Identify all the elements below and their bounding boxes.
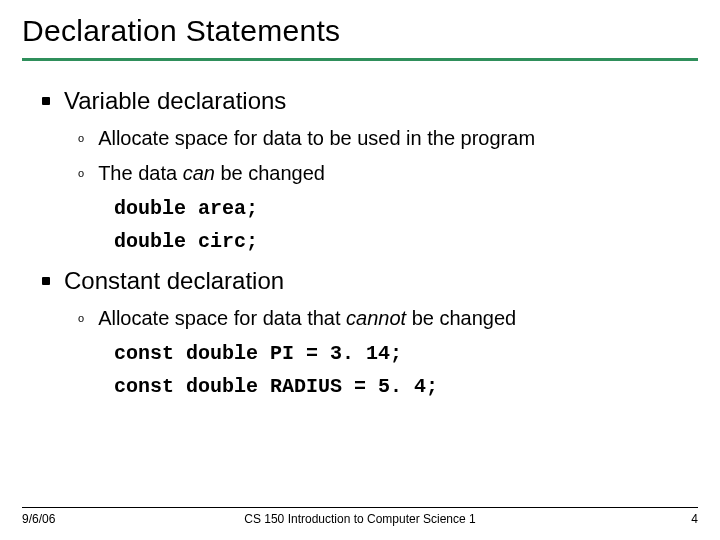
level2-text: The data can be changed [98, 162, 325, 185]
level2-text: Allocate space for data that cannot be c… [98, 307, 516, 330]
bullet-level2: o Allocate space for data to be used in … [78, 127, 698, 150]
footer-course: CS 150 Introduction to Computer Science … [22, 512, 698, 526]
code-line: const double PI = 3. 14; [114, 342, 698, 365]
level2-group: o Allocate space for data to be used in … [42, 127, 698, 253]
bullet-level2: o The data can be changed [78, 162, 698, 185]
bullet-level1: Constant declaration [42, 267, 698, 295]
bullet-level2: o Allocate space for data that cannot be… [78, 307, 698, 330]
code-line: const double RADIUS = 5. 4; [114, 375, 698, 398]
code-line: double circ; [114, 230, 698, 253]
level1-text: Variable declarations [64, 87, 286, 115]
bullet-level1: Variable declarations [42, 87, 698, 115]
level2-text: Allocate space for data to be used in th… [98, 127, 535, 150]
level2-group: o Allocate space for data that cannot be… [42, 307, 698, 398]
square-bullet-icon [42, 277, 50, 285]
code-line: double area; [114, 197, 698, 220]
footer-divider [22, 507, 698, 508]
slide-title: Declaration Statements [22, 14, 698, 48]
circle-bullet-icon: o [78, 162, 84, 184]
circle-bullet-icon: o [78, 127, 84, 149]
footer-row: 9/6/06 CS 150 Introduction to Computer S… [22, 512, 698, 526]
level1-text: Constant declaration [64, 267, 284, 295]
slide-content: Variable declarations o Allocate space f… [22, 61, 698, 398]
circle-bullet-icon: o [78, 307, 84, 329]
square-bullet-icon [42, 97, 50, 105]
slide-footer: 9/6/06 CS 150 Introduction to Computer S… [22, 507, 698, 526]
slide: Declaration Statements Variable declarat… [0, 0, 720, 540]
